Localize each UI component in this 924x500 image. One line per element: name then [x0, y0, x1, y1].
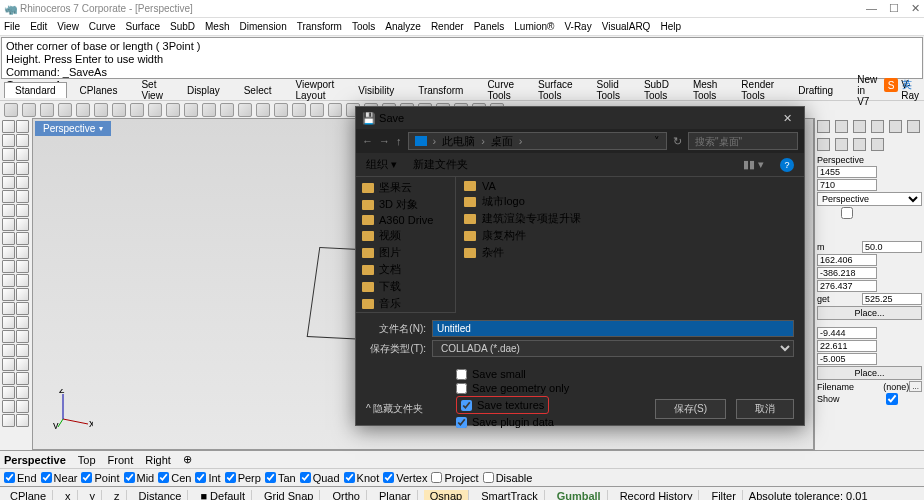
tool-button[interactable] [2, 218, 15, 231]
tab-select[interactable]: Select [233, 82, 283, 99]
toolbar-button[interactable] [256, 103, 270, 117]
close-button[interactable]: ✕ [911, 2, 920, 15]
rp-width[interactable] [817, 166, 877, 178]
tool-button[interactable] [2, 162, 15, 175]
menu-tools[interactable]: Tools [352, 21, 375, 32]
tool-button[interactable] [16, 134, 29, 147]
osnap-cen[interactable]: Cen [158, 472, 191, 484]
osnap-tan[interactable]: Tan [265, 472, 296, 484]
tab-new-in-v7[interactable]: New in V7 [846, 71, 888, 110]
tool-button[interactable] [16, 400, 29, 413]
file-item[interactable]: 康复构件 [464, 227, 796, 244]
help-icon[interactable]: ? [780, 158, 794, 172]
toolbar-button[interactable] [130, 103, 144, 117]
osnap-int[interactable]: Int [195, 472, 220, 484]
tool-button[interactable] [2, 260, 15, 273]
place-button-2[interactable]: Place... [817, 366, 922, 380]
panel-icon[interactable] [835, 138, 848, 151]
tool-button[interactable] [2, 344, 15, 357]
tab-viewport-layout[interactable]: Viewport Layout [285, 76, 346, 104]
tab-standard[interactable]: Standard [4, 82, 67, 98]
minimize-button[interactable]: — [866, 2, 877, 15]
tool-button[interactable] [16, 302, 29, 315]
tool-button[interactable] [2, 246, 15, 259]
nav-up[interactable]: ↑ [396, 135, 402, 147]
tool-button[interactable] [2, 358, 15, 371]
status-layer[interactable]: ■ Default [194, 490, 252, 501]
toolbar-button[interactable] [238, 103, 252, 117]
maximize-button[interactable]: ☐ [889, 2, 899, 15]
ime-s-icon[interactable]: S [884, 78, 898, 92]
status-gridsnap[interactable]: Grid Snap [258, 490, 321, 501]
tool-button[interactable] [2, 414, 15, 427]
tool-button[interactable] [16, 372, 29, 385]
panel-icon[interactable] [853, 138, 866, 151]
menu-transform[interactable]: Transform [297, 21, 342, 32]
tool-button[interactable] [16, 190, 29, 203]
rp-cy[interactable] [817, 340, 877, 352]
new-folder[interactable]: 新建文件夹 [413, 157, 468, 172]
menu-dimension[interactable]: Dimension [239, 21, 286, 32]
tool-button[interactable] [16, 232, 29, 245]
osnap-quad[interactable]: Quad [300, 472, 340, 484]
tree-video[interactable]: 视频 [356, 227, 455, 244]
status-ortho[interactable]: Ortho [326, 490, 367, 501]
tab-transform[interactable]: Transform [407, 82, 474, 99]
menu-help[interactable]: Help [660, 21, 681, 32]
rp-check[interactable] [817, 207, 877, 219]
file-item[interactable]: 建筑渲染专项提升课 [464, 210, 796, 227]
menu-edit[interactable]: Edit [30, 21, 47, 32]
toolbar-button[interactable] [328, 103, 342, 117]
show-check[interactable] [862, 393, 922, 405]
rp-y[interactable] [817, 267, 877, 279]
tree-desk[interactable]: 桌面 [356, 312, 455, 313]
tool-button[interactable] [16, 274, 29, 287]
status-osnap[interactable]: Osnap [424, 490, 469, 501]
menu-file[interactable]: File [4, 21, 20, 32]
tab-set-view[interactable]: Set View [130, 76, 174, 104]
tab-surface-tools[interactable]: Surface Tools [527, 76, 583, 104]
toolbar-button[interactable] [22, 103, 36, 117]
tool-button[interactable] [2, 330, 15, 343]
panel-icon[interactable] [871, 120, 884, 133]
opt-save-small[interactable]: Save small [456, 368, 794, 380]
tool-button[interactable] [2, 120, 15, 133]
menu-v-ray[interactable]: V-Ray [564, 21, 591, 32]
tool-button[interactable] [16, 386, 29, 399]
folder-tree[interactable]: 坚果云3D 对象A360 Drive视频图片文档下载音乐桌面 [356, 177, 456, 313]
status-planar[interactable]: Planar [373, 490, 418, 501]
tree-cloud[interactable]: 坚果云 [356, 179, 455, 196]
organize-menu[interactable]: 组织 ▾ [366, 157, 397, 172]
rp-cz[interactable] [817, 353, 877, 365]
tool-button[interactable] [2, 316, 15, 329]
toolbar-button[interactable] [274, 103, 288, 117]
rp-z[interactable] [817, 280, 877, 292]
ime-lang[interactable]: 英 [900, 78, 914, 92]
search-input[interactable] [688, 132, 798, 150]
tool-button[interactable] [16, 218, 29, 231]
viewport-label[interactable]: Perspective [35, 121, 111, 136]
tab-solid-tools[interactable]: Solid Tools [586, 76, 631, 104]
menu-subd[interactable]: SubD [170, 21, 195, 32]
ime-bar[interactable]: S 英 [884, 78, 914, 92]
osnap-end[interactable]: End [4, 472, 37, 484]
menu-render[interactable]: Render [431, 21, 464, 32]
tool-button[interactable] [2, 232, 15, 245]
status-cplane[interactable]: CPlane [4, 490, 53, 501]
tree-dl[interactable]: 下载 [356, 278, 455, 295]
osnap-project[interactable]: Project [431, 472, 478, 484]
command-area[interactable]: Other corner of base or length ( 3Point … [1, 37, 923, 79]
toolbar-button[interactable] [184, 103, 198, 117]
tab-mesh-tools[interactable]: Mesh Tools [682, 76, 728, 104]
viewport-tab-top[interactable]: Top [78, 454, 96, 466]
osnap-mid[interactable]: Mid [124, 472, 155, 484]
tool-button[interactable] [16, 260, 29, 273]
tab-subd-tools[interactable]: SubD Tools [633, 76, 680, 104]
place-button[interactable]: Place... [817, 306, 922, 320]
tool-button[interactable] [16, 288, 29, 301]
osnap-disable[interactable]: Disable [483, 472, 533, 484]
tool-button[interactable] [2, 302, 15, 315]
tool-button[interactable] [2, 176, 15, 189]
rp-get[interactable] [862, 293, 922, 305]
filename-input[interactable] [432, 320, 794, 337]
